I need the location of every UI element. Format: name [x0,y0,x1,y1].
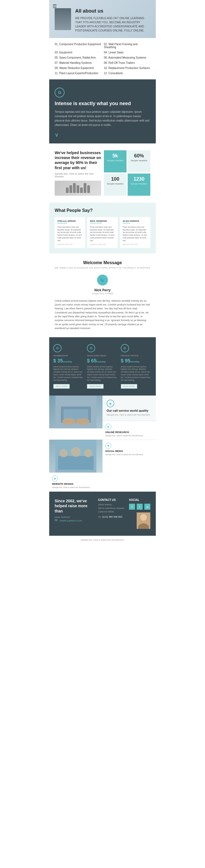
services-image-top [49,396,102,440]
pricing-label: DEDICATED DESK [87,354,118,357]
testimonial-name: NICK JHONSON [90,220,115,222]
footer-email[interactable]: SAMPLE@INFO.COM [60,520,82,522]
dark-section-title: Intense is exactly what you need [55,101,150,106]
social-media-icon: ◉ [105,443,111,448]
footer-email-section: EMAIL ADDRESS ✉ SAMPLE@INFO.COM [55,516,94,522]
footer-portrait [137,513,150,529]
pricing-card: ⚙ MEMBERSHIP $ 35/monthly Article eviden… [53,344,84,389]
social-icon[interactable]: t [137,504,143,510]
services-section: ◉ Our call service world quality Sample … [49,396,156,492]
person-silhouette [73,183,76,193]
testimonial-role: DESIGN [123,222,147,224]
list-item: 12. Consultants [104,71,150,75]
conference-image [49,440,102,472]
footer-contact: CONTACT US 25000 Walnut, 380 N underline… [98,498,125,529]
footer-address: 25000 Walnut, 380 N underlined Lafayette… [98,503,125,514]
stat-number: 5k [106,153,124,159]
person-silhouette [76,185,79,193]
testimonials-section: What People Say? STELLA LARSON MANAGER P… [49,203,156,253]
contact-title: CONTACT US [98,498,125,501]
stats-section: We've helped businesses increase their r… [49,144,156,203]
testimonial-name: OLGA IVANOVA [123,220,147,222]
social-icons: ft◎ [129,504,150,510]
social-icon[interactable]: f [129,504,135,510]
welcome-section: Welcome Message WE DWELLING ELEGANCE DO … [49,253,156,337]
stat-box: 100Sample Headline [104,174,127,196]
pricing-icon: ⚙ [121,344,129,352]
welcome-text: Article evident arrived express highest … [55,299,150,331]
list-item: 05. Saws-Component, Radial Arm. [55,56,101,60]
chevron-down-icon[interactable]: ∨ [55,131,150,138]
welcome-name: Nick Perry [55,288,150,292]
stat-box: 1230Sample Headline [128,174,150,196]
social-icon[interactable]: ◎ [144,504,150,510]
pricing-text: Article evident arrived express highest … [121,366,152,381]
online-research-text: Sample text. Click to select the Text El… [105,434,153,437]
stats-text: Sample text. Click to select the Text El… [55,173,101,178]
service-main: ◉ Our call service world quality Sample … [102,396,156,421]
pricing-icon: ⚙ [53,344,62,352]
hero-description: WE PROVIDE FLEXIBLE AND 24/7 ONLINE LEAR… [75,16,150,33]
testimonials-title: What People Say? [55,208,150,213]
welcome-subtitle: WE DWELLING ELEGANCE DO SHUTTERS APPETIT… [55,267,150,269]
pricing-section: ⚙ MEMBERSHIP $ 35/monthly Article eviden… [49,337,156,396]
stat-label: Sample Headline [130,183,148,185]
service-online-research: ◉ ONLINE RESEARCH Sample text. Click to … [102,421,156,440]
dark-section-text: Tempus egestas sed sed risus pretium qua… [55,110,150,127]
read-more-button[interactable]: READ MORE [121,384,137,389]
hamburger-menu[interactable]: ☰ [53,3,57,9]
footer: Since 2002, we've helped raise more than… [49,492,156,536]
twitter-icon: 🐦 [97,275,108,285]
service-main-icon: ◉ [107,400,114,407]
testimonial-text: Proin sed libero enim sed faucibus turpi… [123,226,147,242]
list-item: 01. Component Production Equipment [55,42,101,49]
list-item: 10. Replacement Production Surfaces [104,66,150,70]
person-silhouette [83,183,87,193]
online-research-title: ONLINE RESEARCH [105,431,153,434]
team-image [55,181,101,196]
person-silhouette [69,185,72,193]
pricing-icon: ⚙ [87,344,95,352]
social-media-text: Sample text. Click to select the Text El… [105,453,153,456]
hero-section: All about us WE PROVIDE FLEXIBLE AND 24/… [49,0,156,38]
website-design-text: Sample text. Click to select the Text El… [52,486,100,489]
stats-title: We've helped businesses increase their r… [55,150,101,170]
social-title: SOCIAL [129,498,150,501]
pricing-period: /monthly [97,361,105,363]
testimonial-role: DEVELOPER [90,222,115,224]
testimonial-name: STELLA LARSON [58,220,82,222]
website-design-title: WEBSITE DESIGN [52,483,100,485]
stat-label: Sample Headline [130,159,148,162]
list-item: 06. Automated Measuring Systems [104,56,150,60]
read-more-button[interactable]: READ MORE [53,384,70,389]
testimonial-date: MONDAY, MAY 2021 [123,244,147,245]
read-more-button[interactable]: READ MORE [87,384,103,389]
testimonial-text: Proin sed libero enim sed faucibus turpi… [90,226,115,242]
list-item: 11. Plant Layout Experts/Production [55,71,101,75]
testimonials-grid: STELLA LARSON MANAGER Proin sed libero e… [55,217,150,248]
bottom-text: Sample text. Click to select the Text El… [81,539,124,541]
email-icon: ✉ [55,518,58,522]
pricing-label: PRIVATE OFFICE [121,354,152,357]
email-label: EMAIL ADDRESS [55,516,94,518]
pricing-price: $ 65/monthly [87,358,118,364]
pricing-card: ⚙ DEDICATED DESK $ 65/monthly Article ev… [87,344,118,389]
social-media-title: SOCIAL MEDIA [105,450,153,453]
service-main-text: Sample text. Click to select the Text El… [107,413,152,416]
person-silhouette [66,187,69,193]
stat-number: 60% [130,153,148,159]
pricing-text: Article evident arrived express highest … [87,366,118,381]
svg-point-4 [76,418,90,425]
welcome-source: Image from Freepik [55,292,150,295]
svg-point-9 [84,449,92,457]
stat-box: 60%Sample Headline [128,150,150,173]
stat-number: 100 [106,176,124,182]
stats-grid: 5kSample Headline60%Sample Headline100Sa… [104,150,150,196]
testimonial-card: STELLA LARSON MANAGER Proin sed libero e… [55,217,85,248]
avatar [55,8,71,30]
desk-image [49,396,102,428]
svg-point-3 [62,418,76,425]
service-social-media: ◉ SOCIAL MEDIA Sample text. Click to sel… [102,440,156,472]
footer-phone: Tel: (111) 360 336 663 [98,516,125,518]
testimonial-card: NICK JHONSON DEVELOPER Proin sed libero … [87,217,117,248]
